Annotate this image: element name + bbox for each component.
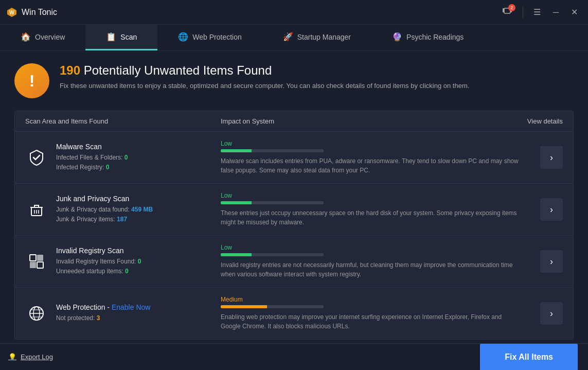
junk-impact-level: Low bbox=[221, 192, 532, 199]
bottom-bar: 💡 Export Log Fix All Items bbox=[0, 343, 588, 370]
tab-startup-manager[interactable]: 🚀 Startup Manager bbox=[262, 25, 371, 50]
title-bar: W Win Tonic 2 ☰ ─ ✕ bbox=[0, 0, 588, 25]
junk-detail-button[interactable]: › bbox=[540, 198, 563, 221]
alert-title: 190 Potentially Unwanted Items Found bbox=[60, 63, 469, 78]
webprotection-impact: Medium Enabling web protection may impro… bbox=[221, 296, 532, 331]
webprotection-impact-fill bbox=[221, 305, 267, 308]
junk-scan-detail1: Junk & Privacy data found: 459 MB bbox=[56, 205, 153, 215]
registry-impact-bar bbox=[221, 253, 324, 256]
registry-impact-fill bbox=[221, 253, 252, 256]
alert-text: 190 Potentially Unwanted Items Found Fix… bbox=[60, 63, 469, 91]
globe-nav-icon: 🌐 bbox=[178, 32, 188, 42]
enable-now-link[interactable]: Enable Now bbox=[112, 303, 151, 311]
webprotection-detail-button[interactable]: › bbox=[540, 302, 563, 325]
export-log-icon: 💡 bbox=[8, 353, 16, 361]
registry-impact-level: Low bbox=[221, 244, 532, 251]
crystal-ball-icon: 🔮 bbox=[392, 32, 402, 42]
junk-impact-bar bbox=[221, 201, 324, 204]
svg-rect-10 bbox=[37, 255, 43, 261]
table-row: Junk and Privacy Scan Junk & Privacy dat… bbox=[15, 184, 573, 236]
malware-icon bbox=[25, 146, 48, 169]
menu-button[interactable]: ☰ bbox=[529, 5, 545, 19]
webprotection-impact-level: Medium bbox=[221, 296, 532, 303]
svg-rect-9 bbox=[30, 255, 36, 261]
rocket-icon: 🚀 bbox=[283, 32, 293, 42]
tab-web-protection[interactable]: 🌐 Web Protection bbox=[157, 25, 262, 50]
junk-icon bbox=[25, 198, 48, 221]
junk-impact-rest bbox=[252, 201, 324, 204]
tab-overview-label: Overview bbox=[35, 33, 65, 41]
malware-impact-desc: Malware scan includes entries from PUA, … bbox=[221, 156, 519, 175]
registry-impact-rest bbox=[252, 253, 324, 256]
registry-impact-desc: Invalid registry entries are not necessa… bbox=[221, 260, 519, 279]
malware-scan-detail2: Infected Registry: 0 bbox=[56, 163, 128, 172]
close-button[interactable]: ✕ bbox=[567, 5, 582, 19]
alert-banner: ! 190 Potentially Unwanted Items Found F… bbox=[14, 63, 574, 98]
globe-icon bbox=[25, 302, 48, 325]
registry-arrow: › bbox=[532, 250, 563, 273]
webprotection-impact-bar bbox=[221, 305, 324, 308]
tab-web-protection-label: Web Protection bbox=[192, 33, 241, 41]
export-log-label: Export Log bbox=[21, 353, 53, 361]
alert-description: Fix these unwanted items to enjoy a stab… bbox=[60, 81, 469, 91]
home-icon: 🏠 bbox=[21, 32, 31, 42]
registry-impact: Low Invalid registry entries are not nec… bbox=[221, 244, 532, 279]
registry-icon bbox=[25, 250, 48, 273]
tab-scan[interactable]: 📋 Scan bbox=[85, 25, 157, 50]
col-details-header: View details bbox=[501, 117, 563, 125]
tab-psychic-readings[interactable]: 🔮 Psychic Readings bbox=[371, 25, 484, 50]
fix-all-button[interactable]: Fix All Items bbox=[480, 344, 578, 371]
malware-arrow: › bbox=[532, 146, 563, 169]
malware-scan-info: Malware Scan Infected Files & Folders: 0… bbox=[56, 143, 128, 172]
registry-scan-title: Invalid Registry Scan bbox=[56, 246, 141, 255]
col-impact-header: Impact on System bbox=[221, 117, 501, 125]
malware-impact-level: Low bbox=[221, 140, 532, 147]
row-webprotection-left: Web Protection - Enable Now Not protecte… bbox=[25, 302, 221, 325]
malware-scan-title: Malware Scan bbox=[56, 143, 128, 151]
row-junk-left: Junk and Privacy Scan Junk & Privacy dat… bbox=[25, 195, 221, 224]
svg-rect-3 bbox=[503, 8, 504, 12]
row-registry-left: Invalid Registry Scan Invalid Registry I… bbox=[25, 246, 221, 276]
notification-button[interactable]: 2 bbox=[498, 4, 516, 20]
registry-scan-detail2: Unneeded startup items: 0 bbox=[56, 267, 141, 276]
malware-detail-button[interactable]: › bbox=[540, 146, 563, 169]
minimize-button[interactable]: ─ bbox=[549, 6, 563, 19]
webprotection-scan-detail1: Not protected: 3 bbox=[56, 313, 150, 323]
scan-table: Scan Area and Items Found Impact on Syst… bbox=[14, 111, 574, 340]
title-left: W Win Tonic bbox=[6, 7, 57, 18]
svg-rect-12 bbox=[37, 262, 43, 268]
tab-overview[interactable]: 🏠 Overview bbox=[0, 25, 85, 50]
table-row: Invalid Registry Scan Invalid Registry I… bbox=[15, 236, 573, 288]
export-log-button[interactable]: 💡 Export Log bbox=[0, 349, 61, 365]
malware-impact-fill bbox=[221, 149, 252, 152]
alert-count: 190 bbox=[60, 63, 80, 77]
table-row: Malware Scan Infected Files & Folders: 0… bbox=[15, 132, 573, 184]
junk-scan-detail2: Junk & Privacy items: 187 bbox=[56, 215, 153, 224]
table-header: Scan Area and Items Found Impact on Syst… bbox=[15, 111, 573, 132]
title-controls: 2 ☰ ─ ✕ bbox=[498, 4, 582, 20]
webprotection-impact-rest bbox=[267, 305, 324, 308]
registry-detail-button[interactable]: › bbox=[540, 250, 563, 273]
col-area-header: Scan Area and Items Found bbox=[25, 117, 221, 125]
table-row: Web Protection - Enable Now Not protecte… bbox=[15, 288, 573, 339]
junk-scan-info: Junk and Privacy Scan Junk & Privacy dat… bbox=[56, 195, 153, 224]
malware-scan-detail1: Infected Files & Folders: 0 bbox=[56, 153, 128, 163]
webprotection-impact-desc: Enabling web protection may improve your… bbox=[221, 312, 519, 331]
tab-scan-label: Scan bbox=[120, 33, 137, 41]
registry-scan-info: Invalid Registry Scan Invalid Registry I… bbox=[56, 246, 141, 276]
junk-scan-title: Junk and Privacy Scan bbox=[56, 195, 153, 203]
tab-startup-manager-label: Startup Manager bbox=[297, 33, 351, 41]
malware-impact-bar bbox=[221, 149, 324, 152]
row-malware-left: Malware Scan Infected Files & Folders: 0… bbox=[25, 143, 221, 172]
junk-arrow: › bbox=[532, 198, 563, 221]
tab-psychic-readings-label: Psychic Readings bbox=[406, 33, 464, 41]
app-title: Win Tonic bbox=[22, 8, 57, 17]
malware-impact-rest bbox=[252, 149, 324, 152]
title-divider bbox=[523, 6, 523, 19]
webprotection-arrow: › bbox=[532, 302, 563, 325]
junk-impact: Low These entries just occupy unnecessar… bbox=[221, 192, 532, 227]
alert-icon: ! bbox=[14, 63, 49, 98]
webprotection-scan-info: Web Protection - Enable Now Not protecte… bbox=[56, 303, 150, 323]
main-content: ! 190 Potentially Unwanted Items Found F… bbox=[0, 51, 588, 352]
svg-text:W: W bbox=[9, 10, 14, 15]
